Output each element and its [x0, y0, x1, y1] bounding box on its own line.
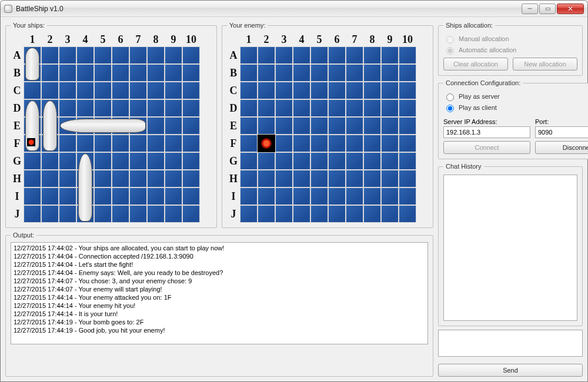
cell[interactable] — [293, 117, 310, 135]
cell[interactable] — [381, 46, 399, 64]
cell[interactable] — [346, 99, 363, 117]
cell[interactable] — [240, 152, 258, 170]
cell[interactable] — [129, 46, 147, 64]
cell[interactable] — [129, 64, 147, 82]
cell[interactable] — [76, 152, 94, 170]
cell[interactable] — [41, 117, 59, 135]
cell[interactable] — [112, 205, 129, 223]
cell[interactable] — [258, 64, 275, 82]
cell[interactable] — [346, 170, 363, 187]
cell[interactable] — [112, 170, 129, 187]
cell[interactable] — [346, 205, 363, 223]
cell[interactable] — [363, 152, 381, 170]
server-ip-input[interactable] — [443, 126, 530, 138]
cell[interactable] — [399, 117, 416, 135]
cell[interactable] — [165, 152, 182, 170]
disconnect-button[interactable]: Disconnect — [535, 141, 588, 154]
cell[interactable] — [165, 135, 182, 152]
cell[interactable] — [275, 46, 293, 64]
cell[interactable] — [165, 46, 182, 64]
cell[interactable] — [240, 46, 258, 64]
cell[interactable] — [182, 187, 200, 205]
cell[interactable] — [363, 46, 381, 64]
cell[interactable] — [129, 135, 147, 152]
cell[interactable] — [363, 170, 381, 187]
output-textarea[interactable]: 12/27/2015 17:44:02 - Your ships are all… — [11, 242, 428, 344]
cell[interactable] — [381, 135, 399, 152]
cell[interactable] — [24, 135, 41, 152]
cell[interactable] — [275, 99, 293, 117]
cell[interactable] — [112, 187, 129, 205]
play-as-server-radio-input[interactable] — [446, 93, 454, 101]
cell[interactable] — [165, 205, 182, 223]
cell[interactable] — [328, 46, 346, 64]
cell[interactable] — [399, 64, 416, 82]
cell[interactable] — [363, 187, 381, 205]
cell[interactable] — [41, 205, 59, 223]
cell[interactable] — [381, 187, 399, 205]
cell[interactable] — [346, 46, 363, 64]
cell[interactable] — [310, 205, 328, 223]
cell[interactable] — [381, 152, 399, 170]
cell[interactable] — [129, 170, 147, 187]
cell[interactable] — [147, 99, 165, 117]
cell[interactable] — [147, 187, 165, 205]
cell[interactable] — [346, 82, 363, 99]
chat-input[interactable] — [438, 330, 583, 357]
cell[interactable] — [310, 99, 328, 117]
cell[interactable] — [346, 117, 363, 135]
cell[interactable] — [94, 64, 112, 82]
cell[interactable] — [328, 152, 346, 170]
cell[interactable] — [293, 46, 310, 64]
close-button[interactable]: ✕ — [557, 4, 584, 14]
cell[interactable] — [381, 64, 399, 82]
cell[interactable] — [275, 205, 293, 223]
cell[interactable] — [293, 152, 310, 170]
cell[interactable] — [275, 82, 293, 99]
cell[interactable] — [399, 82, 416, 99]
cell[interactable] — [363, 117, 381, 135]
cell[interactable] — [112, 135, 129, 152]
cell[interactable] — [293, 170, 310, 187]
cell[interactable] — [240, 205, 258, 223]
cell[interactable] — [328, 64, 346, 82]
cell[interactable] — [24, 82, 41, 99]
cell[interactable] — [59, 46, 76, 64]
play-as-server-radio[interactable]: Play as server — [443, 92, 588, 101]
cell[interactable] — [275, 64, 293, 82]
cell[interactable] — [76, 82, 94, 99]
cell[interactable] — [346, 135, 363, 152]
cell[interactable] — [165, 64, 182, 82]
cell[interactable] — [293, 205, 310, 223]
cell[interactable] — [129, 205, 147, 223]
cell[interactable] — [399, 99, 416, 117]
cell[interactable] — [41, 187, 59, 205]
cell[interactable] — [399, 135, 416, 152]
cell[interactable] — [94, 117, 112, 135]
cell[interactable] — [41, 64, 59, 82]
cell[interactable] — [147, 170, 165, 187]
cell[interactable] — [399, 205, 416, 223]
cell[interactable] — [310, 135, 328, 152]
cell[interactable] — [129, 99, 147, 117]
cell[interactable] — [399, 187, 416, 205]
cell[interactable] — [328, 135, 346, 152]
cell[interactable] — [182, 205, 200, 223]
cell[interactable] — [363, 64, 381, 82]
cell[interactable] — [129, 82, 147, 99]
cell[interactable] — [310, 170, 328, 187]
cell[interactable] — [129, 152, 147, 170]
cell[interactable] — [275, 187, 293, 205]
cell[interactable] — [24, 152, 41, 170]
cell[interactable] — [76, 99, 94, 117]
cell[interactable] — [258, 135, 275, 152]
cell[interactable] — [293, 135, 310, 152]
cell[interactable] — [147, 117, 165, 135]
enemy-board[interactable]: 12345678910ABCDEFGHIJ — [227, 32, 416, 223]
cell[interactable] — [258, 99, 275, 117]
cell[interactable] — [112, 117, 129, 135]
cell[interactable] — [112, 152, 129, 170]
cell[interactable] — [275, 135, 293, 152]
cell[interactable] — [112, 46, 129, 64]
cell[interactable] — [129, 187, 147, 205]
